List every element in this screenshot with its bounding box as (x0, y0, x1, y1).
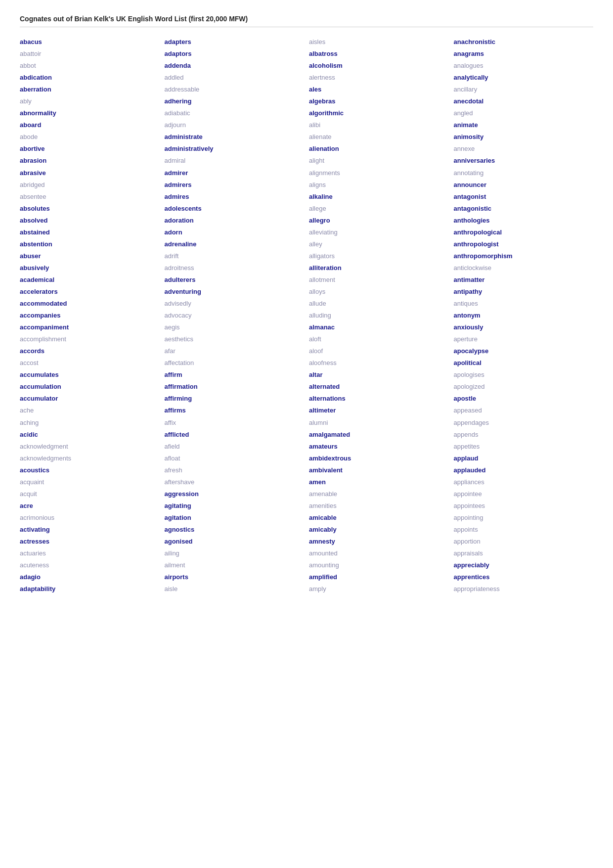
word-item: appointees (454, 500, 594, 512)
column-2: adaptersadaptorsaddendaaddledaddressable… (165, 36, 305, 595)
word-item: ambidextrous (309, 453, 449, 464)
word-item: affix (165, 417, 305, 429)
word-item: actresses (20, 536, 160, 548)
word-item: abrasive (20, 167, 160, 179)
word-item: abuser (20, 250, 160, 262)
word-item: agonised (165, 536, 305, 548)
word-item: adhering (165, 95, 305, 107)
word-item: abdication (20, 72, 160, 84)
word-item: alley (309, 238, 449, 250)
word-item: advisedly (165, 298, 305, 310)
word-item: aftershave (165, 476, 305, 488)
word-item: antiques (454, 298, 594, 310)
word-item: apportion (454, 536, 594, 548)
word-item: administratively (165, 143, 305, 155)
word-item: amicably (309, 524, 449, 536)
word-item: abacus (20, 36, 160, 48)
word-item: appoints (454, 524, 594, 536)
word-item: alkaline (309, 191, 449, 203)
word-item: animosity (454, 131, 594, 143)
word-item: advocacy (165, 310, 305, 321)
word-item: antimatter (454, 274, 594, 286)
word-item: acre (20, 500, 160, 512)
word-item: administrate (165, 131, 305, 143)
word-item: antonym (454, 310, 594, 321)
word-item: aloofness (309, 357, 449, 369)
word-item: accelerators (20, 286, 160, 298)
word-item: ancillary (454, 84, 594, 95)
word-item: activating (20, 524, 160, 536)
word-item: antagonist (454, 191, 594, 203)
word-item: appointee (454, 488, 594, 500)
word-item: antipathy (454, 286, 594, 298)
word-item: apologises (454, 369, 594, 381)
word-item: absolved (20, 215, 160, 227)
word-item: adoration (165, 215, 305, 227)
word-item: admires (165, 191, 305, 203)
word-item: abridged (20, 179, 160, 191)
column-1: abacusabattoirabbotabdicationaberrationa… (20, 36, 160, 595)
word-item: amenable (309, 488, 449, 500)
word-item: anniversaries (454, 155, 594, 167)
word-item: alienation (309, 143, 449, 155)
word-item: amplified (309, 571, 449, 583)
word-item: afflicted (165, 429, 305, 441)
word-item: acknowledgments (20, 453, 160, 464)
word-item: accords (20, 345, 160, 357)
word-item: ambivalent (309, 464, 449, 476)
word-item: anecdotal (454, 95, 594, 107)
word-columns: abacusabattoirabbotabdicationaberrationa… (20, 36, 593, 595)
word-item: apocalypse (454, 345, 594, 357)
word-item: adrenaline (165, 238, 305, 250)
word-item: antagonistic (454, 203, 594, 215)
word-item: aloft (309, 333, 449, 345)
word-item: anachronistic (454, 36, 594, 48)
word-item: aisle (165, 583, 305, 595)
word-item: alcoholism (309, 60, 449, 72)
word-item: aegis (165, 321, 305, 333)
word-item: almanac (309, 321, 449, 333)
word-item: adagio (20, 571, 160, 583)
word-item: aesthetics (165, 333, 305, 345)
word-item: adulterers (165, 274, 305, 286)
word-item: announcer (454, 179, 594, 191)
word-item: accumulator (20, 393, 160, 405)
word-item: apolitical (454, 357, 594, 369)
word-item: alibi (309, 119, 449, 131)
word-item: aching (20, 417, 160, 429)
word-item: alertness (309, 72, 449, 84)
word-item: amalgamated (309, 429, 449, 441)
word-item: affirmation (165, 381, 305, 393)
word-item: amenities (309, 500, 449, 512)
word-item: abusively (20, 262, 160, 274)
word-item: appliances (454, 476, 594, 488)
word-item: annotating (454, 167, 594, 179)
word-item: animate (454, 119, 594, 131)
word-item: appropriateness (454, 583, 594, 595)
word-item: acuteness (20, 559, 160, 571)
word-item: albatross (309, 48, 449, 60)
word-item: amounting (309, 559, 449, 571)
word-item: amateurs (309, 441, 449, 453)
word-item: apologized (454, 381, 594, 393)
word-item: analytically (454, 72, 594, 84)
column-4: anachronisticanagramsanaloguesanalytical… (454, 36, 594, 595)
word-item: afield (165, 441, 305, 453)
word-item: alloys (309, 286, 449, 298)
word-item: adaptability (20, 583, 160, 595)
word-item: addenda (165, 60, 305, 72)
word-item: ably (20, 95, 160, 107)
word-item: abortive (20, 143, 160, 155)
word-item: appendages (454, 417, 594, 429)
word-item: accompaniment (20, 321, 160, 333)
word-item: adventuring (165, 286, 305, 298)
word-item: anagrams (454, 48, 594, 60)
word-item: anxiously (454, 321, 594, 333)
word-item: actuaries (20, 548, 160, 559)
word-item: accomplishment (20, 333, 160, 345)
word-item: adaptors (165, 48, 305, 60)
word-item: allotment (309, 274, 449, 286)
word-item: abbot (20, 60, 160, 72)
word-item: ailing (165, 548, 305, 559)
word-item: alluding (309, 310, 449, 321)
